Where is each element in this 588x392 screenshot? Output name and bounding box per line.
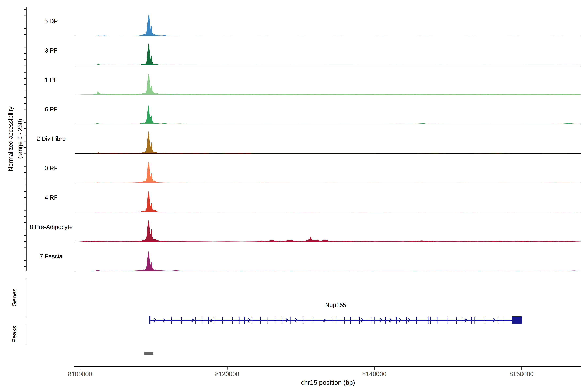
track-label-3-pf: 3 PF: [18, 46, 84, 55]
x-axis-tick-label: 8160000: [510, 370, 534, 378]
gene-exon-tick: [260, 317, 261, 324]
gene-exon-tick: [222, 317, 223, 324]
gene-exon-tick: [182, 317, 182, 324]
track-label-2-div-fibro: 2 Div Fibro: [18, 134, 84, 143]
gene-exon-tick: [171, 317, 172, 324]
gene-exon-tick: [274, 317, 275, 324]
gene-exon-tick: [437, 317, 438, 324]
gene-exon-tick: [430, 317, 431, 324]
gene-exon-tick: [202, 317, 202, 324]
gene-exon-tick: [359, 317, 360, 324]
gene-exon-tick: [336, 317, 336, 324]
gene-exon-tick: [504, 317, 504, 324]
track-label-8-pre-adipocyte: 8 Pre-Adipocyte: [18, 223, 84, 231]
signal-track-area: [75, 43, 581, 65]
gene-exon-tick: [498, 317, 498, 324]
signal-track-area: [75, 131, 581, 154]
gene-end-utr-box: [512, 316, 522, 324]
track-label-6-pf: 6 PF: [18, 105, 84, 114]
gene-exon-tick: [456, 317, 457, 324]
signal-track-area: [75, 220, 581, 242]
signal-track-area: [75, 74, 581, 95]
gene-exon-tick: [214, 317, 214, 324]
track-label-5-dp: 5 DP: [18, 17, 84, 26]
gene-exon-tick: [474, 317, 475, 324]
gene-exon-tick: [282, 317, 282, 324]
track-label-4-rf: 4 RF: [18, 194, 84, 202]
gene-exon-tick: [371, 317, 371, 324]
signal-track-area: [75, 162, 581, 183]
genome-browser-svg: Nup1558100000812000081400008160000: [0, 0, 588, 392]
coverage-plot: Nup1558100000812000081400008160000 Norma…: [0, 0, 588, 392]
gene-exon-tick: [462, 317, 462, 324]
gene-exon-tick: [484, 317, 485, 324]
gene-exon-tick: [344, 317, 345, 324]
gene-exon-tick: [416, 317, 417, 324]
x-axis-tick-label: 8100000: [68, 370, 92, 378]
signal-track-area: [75, 104, 581, 124]
gene-exon-tick: [406, 317, 406, 324]
gene-exon-tick: [350, 317, 351, 324]
gene-exon-tick: [374, 317, 375, 324]
peaks-panel-label: Peaks: [10, 302, 18, 367]
signal-track-area: [75, 251, 581, 271]
gene-exon-tick: [290, 317, 290, 324]
gene-exon-tick: [208, 317, 209, 324]
gene-exon-tick: [195, 317, 196, 324]
gene-exon-tick: [232, 317, 232, 324]
track-label-0-rf: 0 RF: [18, 164, 84, 172]
gene-exon-tick: [447, 317, 447, 324]
y-axis-label-line1: Normalized accessibility: [6, 74, 15, 204]
x-axis-tick-label: 8120000: [215, 370, 239, 378]
gene-exon-tick: [239, 317, 240, 324]
gene-exon-tick: [471, 317, 472, 324]
gene-exon-tick: [332, 317, 332, 324]
gene-start-exon: [149, 316, 150, 324]
gene-exon-tick: [385, 317, 386, 324]
gene-exon-tick: [244, 317, 245, 324]
track-label-7-fascia: 7 Fascia: [18, 252, 84, 261]
peak-region-box: [144, 352, 153, 355]
gene-exon-tick: [312, 317, 313, 324]
track-label-1-pf: 1 PF: [18, 76, 84, 84]
signal-track-area: [75, 14, 581, 36]
gene-name-label: Nup155: [325, 302, 346, 308]
gene-exon-tick: [428, 317, 428, 324]
gene-exon-tick: [303, 317, 303, 324]
gene-exon-tick: [396, 317, 397, 324]
x-axis-tick-label: 8140000: [362, 370, 386, 378]
gene-exon-tick: [252, 317, 252, 324]
x-axis-title: chr15 position (bp): [263, 379, 393, 386]
gene-exon-tick: [268, 317, 268, 324]
signal-track-area: [75, 191, 581, 212]
